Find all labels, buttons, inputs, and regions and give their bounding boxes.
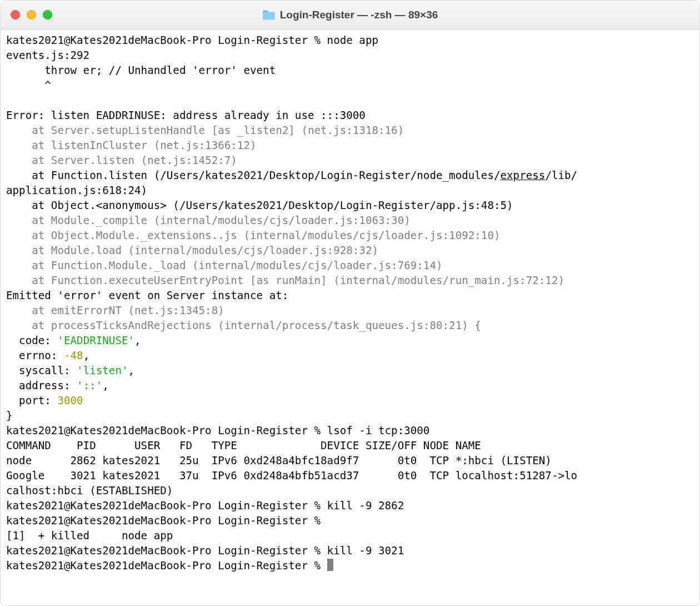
stack-line: at Server.listen (net.js:1452:7) xyxy=(6,154,237,167)
stack-line: at Server.setupListenHandle [as _listen2… xyxy=(6,124,404,137)
output-line: code: 'EADDRINUSE', xyxy=(6,334,141,347)
output-line: [1] + killed node app xyxy=(6,529,173,542)
stack-line: at listenInCluster (net.js:1366:12) xyxy=(6,139,257,152)
output-line: events.js:292 xyxy=(6,49,89,62)
command-text: kill -9 2862 xyxy=(327,499,404,512)
output-line: Emitted 'error' event on Server instance… xyxy=(6,289,288,302)
window-title-text: Login-Register — -zsh — 89×36 xyxy=(280,9,438,21)
error-line: Error: listen EADDRINUSE: address alread… xyxy=(6,109,366,122)
terminal-content[interactable]: kates2021@Kates2021deMacBook-Pro Login-R… xyxy=(1,29,699,577)
prompt: kates2021@Kates2021deMacBook-Pro Login-R… xyxy=(6,424,327,437)
stack-line: at Function.listen (/Users/kates2021/Des… xyxy=(6,169,577,182)
traffic-lights xyxy=(1,10,52,19)
stack-line: at emitErrorNT (net.js:1345:8) xyxy=(6,304,224,317)
output-line: address: '::', xyxy=(6,379,109,392)
terminal-window: Login-Register — -zsh — 89×36 kates2021@… xyxy=(0,0,700,606)
output-line: port: 3000 xyxy=(6,394,83,407)
output-line: ^ xyxy=(6,79,51,92)
prompt: kates2021@Kates2021deMacBook-Pro Login-R… xyxy=(6,544,327,557)
stack-line: at Object.<anonymous> (/Users/kates2021/… xyxy=(6,199,513,212)
stack-line: at Module.load (internal/modules/cjs/loa… xyxy=(6,244,378,257)
output-line: throw er; // Unhandled 'error' event xyxy=(6,64,276,77)
stack-line: at processTicksAndRejections (internal/p… xyxy=(6,319,481,332)
stack-line: at Function.executeUserEntryPoint [as ru… xyxy=(6,274,564,287)
output-line: COMMAND PID USER FD TYPE DEVICE SIZE/OFF… xyxy=(6,439,481,452)
maximize-button[interactable] xyxy=(43,10,52,19)
window-title: Login-Register — -zsh — 89×36 xyxy=(262,9,438,21)
close-button[interactable] xyxy=(11,10,20,19)
cursor xyxy=(327,559,333,571)
stack-line: at Module._compile (internal/modules/cjs… xyxy=(6,214,411,227)
output-line: calhost:hbci (ESTABLISHED) xyxy=(6,484,173,497)
folder-icon xyxy=(262,9,276,21)
prompt: kates2021@Kates2021deMacBook-Pro Login-R… xyxy=(6,559,327,572)
minimize-button[interactable] xyxy=(27,10,36,19)
prompt: kates2021@Kates2021deMacBook-Pro Login-R… xyxy=(6,514,327,527)
command-text: lsof -i tcp:3000 xyxy=(327,424,430,437)
output-line: syscall: 'listen', xyxy=(6,364,134,377)
output-line: } xyxy=(6,409,13,422)
prompt: kates2021@Kates2021deMacBook-Pro Login-R… xyxy=(6,499,327,512)
output-line: errno: -48, xyxy=(6,349,89,362)
prompt: kates2021@Kates2021deMacBook-Pro Login-R… xyxy=(6,34,327,47)
command-text: kill -9 3021 xyxy=(327,544,404,557)
output-line: Google 3021 kates2021 37u IPv6 0xd248a4b… xyxy=(6,469,577,482)
stack-line: application.js:618:24) xyxy=(6,184,147,197)
titlebar: Login-Register — -zsh — 89×36 xyxy=(1,1,699,29)
output-line: node 2862 kates2021 25u IPv6 0xd248a4bfc… xyxy=(6,454,552,467)
stack-line: at Object.Module._extensions..js (intern… xyxy=(6,229,501,242)
stack-line: at Function.Module._load (internal/modul… xyxy=(6,259,443,272)
command-text: node app xyxy=(327,34,378,47)
